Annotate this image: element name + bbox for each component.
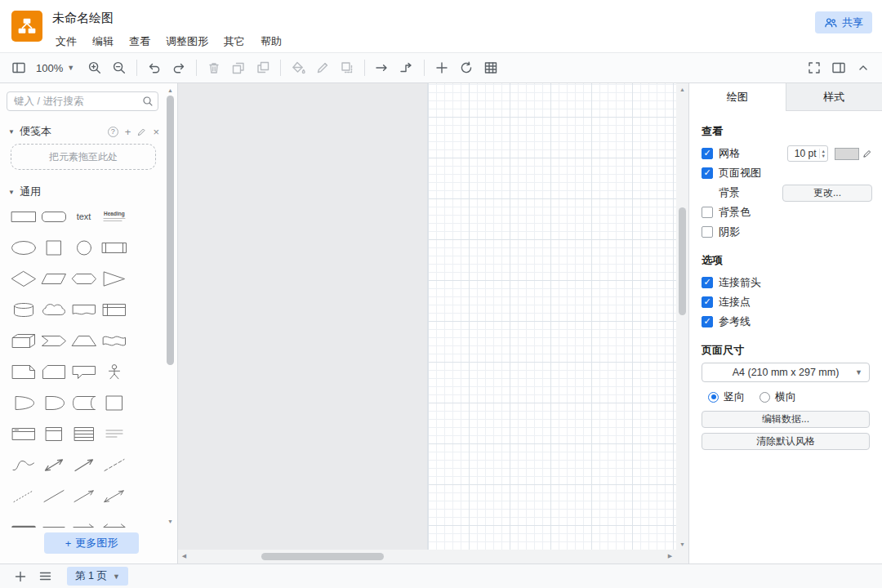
scratchpad-title[interactable]: 便笺本 <box>20 124 51 139</box>
menu-file[interactable]: 文件 <box>54 33 78 51</box>
fullscreen-button[interactable] <box>802 56 826 79</box>
tab-style[interactable]: 样式 <box>786 83 882 111</box>
vertical-scroll-thumb[interactable] <box>679 207 686 315</box>
collapse-toolbar-button[interactable] <box>851 56 875 79</box>
scratchpad-add-icon[interactable]: + <box>125 126 131 138</box>
stepper-arrows[interactable]: ▲▼ <box>819 149 827 158</box>
toggle-shapes-panel-button[interactable] <box>7 56 31 79</box>
clear-default-style-button[interactable]: 清除默认风格 <box>702 433 870 450</box>
shape-heading[interactable]: Heading <box>99 201 129 232</box>
shape-internal-storage[interactable] <box>99 294 129 325</box>
landscape-option[interactable]: 横向 <box>760 390 796 404</box>
shape-horizontal-bidirectional[interactable] <box>99 511 129 528</box>
shape-parallelogram[interactable] <box>38 263 69 294</box>
shape-data-storage[interactable] <box>69 387 99 418</box>
shape-step[interactable] <box>38 325 69 356</box>
shape-bidirectional-arrow[interactable] <box>38 449 69 480</box>
background-color-checkbox[interactable] <box>702 207 713 218</box>
scroll-left-icon[interactable]: ◀ <box>179 551 189 561</box>
grid-size-stepper[interactable]: 10 pt ▲▼ <box>787 145 828 162</box>
to-back-button[interactable] <box>251 56 275 79</box>
shape-line[interactable] <box>38 480 69 511</box>
menu-extras[interactable]: 其它 <box>222 33 247 51</box>
canvas-vertical-scrollbar[interactable]: ▲ ▼ <box>676 83 688 550</box>
shape-dotted-line[interactable] <box>8 480 38 511</box>
collapse-triangle-icon[interactable]: ▼ <box>8 128 15 136</box>
canvas-horizontal-scrollbar[interactable]: ◀ ▶ <box>178 550 676 564</box>
shape-text[interactable]: text <box>69 201 99 232</box>
shape-curve[interactable] <box>8 449 38 480</box>
page-tab-1[interactable]: 第 1 页 ▼ <box>67 567 128 586</box>
grid-checkbox[interactable] <box>702 148 713 159</box>
shape-horizontal-arrow[interactable] <box>69 511 99 528</box>
fill-color-button[interactable] <box>286 56 310 79</box>
shape-document[interactable] <box>69 294 99 325</box>
scroll-down-icon[interactable]: ▼ <box>677 539 688 549</box>
more-shapes-button[interactable]: + 更多图形 <box>44 532 139 554</box>
shape-container[interactable] <box>99 387 129 418</box>
edit-data-button[interactable]: 编辑数据... <box>702 411 870 428</box>
scroll-up-icon[interactable]: ▲ <box>165 85 176 95</box>
insert-shape-button[interactable] <box>454 56 479 79</box>
shape-list[interactable] <box>69 418 99 449</box>
zoom-dropdown[interactable]: 100% ▼ <box>36 62 74 74</box>
connection-points-checkbox[interactable] <box>702 296 713 308</box>
shape-square[interactable] <box>38 232 69 263</box>
pages-menu-button[interactable] <box>33 567 57 586</box>
shadow-button[interactable] <box>335 56 359 79</box>
horizontal-scroll-thumb[interactable] <box>261 553 384 560</box>
canvas[interactable]: ▲ ▼ ◀ ▶ <box>178 83 688 564</box>
scratchpad-help-icon[interactable]: ? <box>108 127 118 137</box>
zoom-out-button[interactable] <box>107 56 131 79</box>
shape-link[interactable] <box>8 511 38 528</box>
tab-diagram[interactable]: 绘图 <box>689 83 786 111</box>
sidebar-scroll-thumb[interactable] <box>167 96 174 365</box>
shape-vertical-container[interactable] <box>38 418 69 449</box>
line-color-button[interactable] <box>310 56 335 79</box>
menu-arrange[interactable]: 调整图形 <box>164 33 210 51</box>
scroll-up-icon[interactable]: ▲ <box>677 84 688 94</box>
shape-callout[interactable] <box>69 356 99 387</box>
shape-process[interactable] <box>99 232 129 263</box>
to-front-button[interactable] <box>226 56 251 79</box>
scratchpad-dropzone[interactable]: 把元素拖至此处 <box>11 144 156 170</box>
shape-note[interactable] <box>8 356 38 387</box>
undo-button[interactable] <box>142 56 167 79</box>
shape-list-item[interactable] <box>99 418 129 449</box>
shape-actor[interactable] <box>99 356 129 387</box>
sidebar-scrollbar[interactable]: ▲ ▼ <box>165 85 176 526</box>
shape-hexagon[interactable] <box>69 263 99 294</box>
shape-horizontal-line[interactable] <box>38 511 69 528</box>
shape-card[interactable] <box>38 356 69 387</box>
shape-ellipse[interactable] <box>8 232 38 263</box>
connection-arrows-checkbox[interactable] <box>702 277 713 288</box>
change-background-button[interactable]: 更改... <box>782 185 872 202</box>
redo-button[interactable] <box>167 56 191 79</box>
shape-window[interactable] <box>8 418 38 449</box>
shape-thin-bidirectional-arrow[interactable] <box>99 480 129 511</box>
delete-button[interactable] <box>202 56 226 79</box>
scratchpad-close-icon[interactable]: × <box>153 126 159 138</box>
menu-help[interactable]: 帮助 <box>259 33 283 51</box>
insert-button[interactable] <box>430 56 454 79</box>
add-page-button[interactable] <box>8 567 33 586</box>
guides-checkbox[interactable] <box>702 316 713 327</box>
page-view-checkbox[interactable] <box>702 167 713 179</box>
shadow-checkbox[interactable] <box>702 226 713 238</box>
shape-rectangle[interactable] <box>8 201 38 232</box>
scroll-right-icon[interactable]: ▶ <box>665 551 675 561</box>
shape-thin-arrow[interactable] <box>69 480 99 511</box>
portrait-option[interactable]: 竖向 <box>708 390 745 404</box>
shape-arrow[interactable] <box>69 449 99 480</box>
shape-search-input[interactable] <box>7 91 158 111</box>
share-button[interactable]: 共享 <box>815 11 872 33</box>
shape-trapezoid[interactable] <box>69 325 99 356</box>
menu-edit[interactable]: 编辑 <box>91 33 115 51</box>
waypoint-connector-button[interactable] <box>394 56 419 79</box>
shape-circle[interactable] <box>69 232 99 263</box>
landscape-radio[interactable] <box>760 392 770 403</box>
drawing-page[interactable] <box>427 83 688 564</box>
toggle-format-panel-button[interactable] <box>826 56 851 79</box>
shape-dashed-line[interactable] <box>99 449 129 480</box>
connection-arrow-button[interactable] <box>370 56 394 79</box>
